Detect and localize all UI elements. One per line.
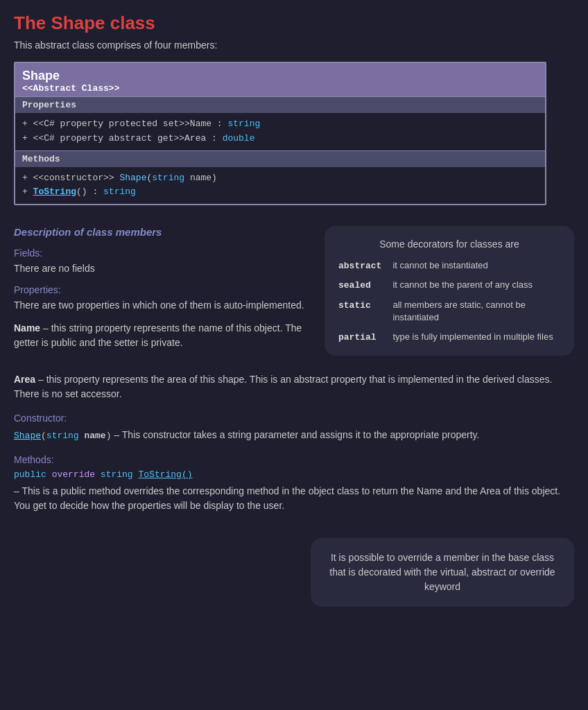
decorator-title: Some decorators for classes are <box>338 239 560 250</box>
uml-member-line: + <<C# property protected set>>Name : st… <box>22 117 538 132</box>
method-public: public <box>14 469 46 480</box>
uml-header: Shape <<Abstract Class>> <box>15 63 545 96</box>
page-title: The Shape class <box>14 12 574 34</box>
constructor-section: Constructor: Shape(string name) – This c… <box>14 413 574 443</box>
area-section: Area – this property represents the area… <box>14 372 574 401</box>
bottom-area: It is possible to override a member in t… <box>14 524 574 607</box>
decorator-keyword-abstract: abstract <box>338 259 381 271</box>
uml-member-line: + ToString() : string <box>22 185 538 200</box>
page-subtitle: This abstract class comprises of four me… <box>14 40 574 51</box>
decorator-keyword-static: static <box>338 299 381 311</box>
uml-member-line: + <<constructor>> Shape(string name) <box>22 171 538 186</box>
decorator-box: Some decorators for classes are abstract… <box>325 226 574 356</box>
name-property-desc: Name – this string property represents t… <box>14 321 311 350</box>
method-desc: – This is a public method overrides the … <box>14 484 574 513</box>
uml-class-name: Shape <box>22 69 538 83</box>
methods-section: Methods: public override string ToString… <box>14 454 574 513</box>
constructor-desc: Shape(string name) – This constructor ta… <box>14 428 574 443</box>
description-left: Description of class members Fields: The… <box>14 226 311 358</box>
constructor-text: – This constructor takes a string parame… <box>114 429 479 440</box>
uml-member-line: + <<C# property abstract get>>Area : dou… <box>22 132 538 146</box>
uml-properties-members: + <<C# property protected set>>Name : st… <box>15 113 545 150</box>
decorator-desc-abstract: it cannot be instantiated <box>392 259 560 272</box>
name-property-text: – this string property represents the na… <box>14 322 302 348</box>
method-override: override <box>52 469 95 480</box>
properties-label: Properties: <box>14 284 311 295</box>
area-property-desc: Area – this property represents the area… <box>14 372 574 401</box>
decorator-keyword-partial: partial <box>338 331 381 343</box>
note-box: It is possible to override a member in t… <box>311 538 574 607</box>
method-return-type: string <box>101 469 133 480</box>
uml-diagram: Shape <<Abstract Class>> Properties + <<… <box>14 62 546 205</box>
area-property-text: – this property represents the area of t… <box>14 374 552 399</box>
fields-label: Fields: <box>14 248 311 259</box>
constructor-code: Shape(string name) <box>14 431 111 441</box>
area-property-label: Area <box>14 374 35 385</box>
uml-properties-header: Properties <box>15 96 545 113</box>
decorator-desc-sealed: it cannot be the parent of any class <box>392 279 560 291</box>
description-title: Description of class members <box>14 226 311 238</box>
note-text: It is possible to override a member in t… <box>329 552 555 592</box>
method-signature: public override string ToString() <box>14 469 574 480</box>
decorator-keyword-sealed: sealed <box>338 279 381 291</box>
uml-methods-members: + <<constructor>> Shape(string name) + T… <box>15 167 545 205</box>
constructor-class: Shape <box>14 431 41 441</box>
name-property-label: Name <box>14 322 40 334</box>
method-name: ToString() <box>138 469 192 480</box>
decorator-desc-static: all members are static, cannot be instan… <box>392 299 560 324</box>
description-section: Description of class members Fields: The… <box>14 226 574 358</box>
decorator-grid: abstract it cannot be instantiated seale… <box>338 259 560 343</box>
decorator-desc-partial: type is fully implemented in multiple fi… <box>392 331 560 343</box>
fields-text: There are no fields <box>14 261 311 276</box>
methods-label: Methods: <box>14 454 574 465</box>
properties-intro: There are two properties in which one of… <box>14 298 311 313</box>
uml-stereotype: <<Abstract Class>> <box>22 83 538 94</box>
constructor-label: Constructor: <box>14 413 574 424</box>
uml-methods-header: Methods <box>15 150 545 167</box>
